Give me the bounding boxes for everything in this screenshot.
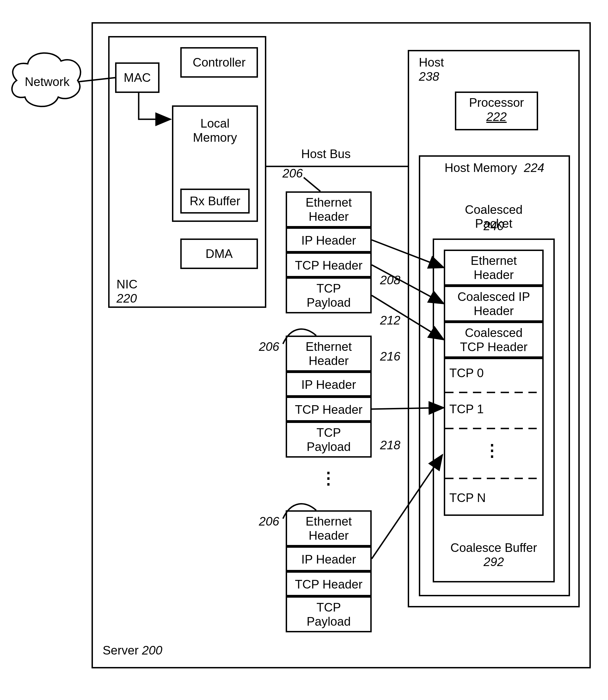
controller-label: Controller (180, 55, 258, 70)
vdots-2: ⋮ (482, 441, 502, 460)
cb-tcp0: TCP 0 (449, 366, 484, 380)
network-label: Network (19, 75, 75, 89)
host-memory-title: Host Memory 224 (424, 161, 565, 175)
vdots-1: ⋮ (319, 469, 338, 488)
pkt3-206: 206 (255, 514, 283, 529)
pkt2-206: 206 (255, 340, 283, 354)
mac-label: MAC (115, 71, 159, 85)
nic-title: NIC220 (116, 277, 137, 305)
cb-tcp1: TCP 1 (449, 402, 484, 416)
label-212: 212 (380, 314, 400, 327)
label-218: 218 (380, 438, 400, 452)
host-title: Host238 (419, 55, 444, 83)
server-title: Server 200 (102, 643, 162, 658)
host-bus-label: Host Bus (291, 147, 361, 161)
cb-tcpn: TCP N (449, 491, 486, 505)
processor-label: Processor222 (455, 96, 538, 124)
label-216: 216 (380, 349, 400, 364)
local-memory-label: Local Memory (172, 116, 258, 145)
dma-label: DMA (180, 247, 258, 261)
pkt1-206: 206 (279, 166, 306, 181)
label-208: 208 (380, 273, 400, 287)
coalesce-buffer-label: Coalesce Buffer292 (433, 541, 555, 569)
rx-buffer-label: Rx Buffer (180, 194, 250, 208)
coalesced-packet-num: 240 (433, 219, 555, 233)
